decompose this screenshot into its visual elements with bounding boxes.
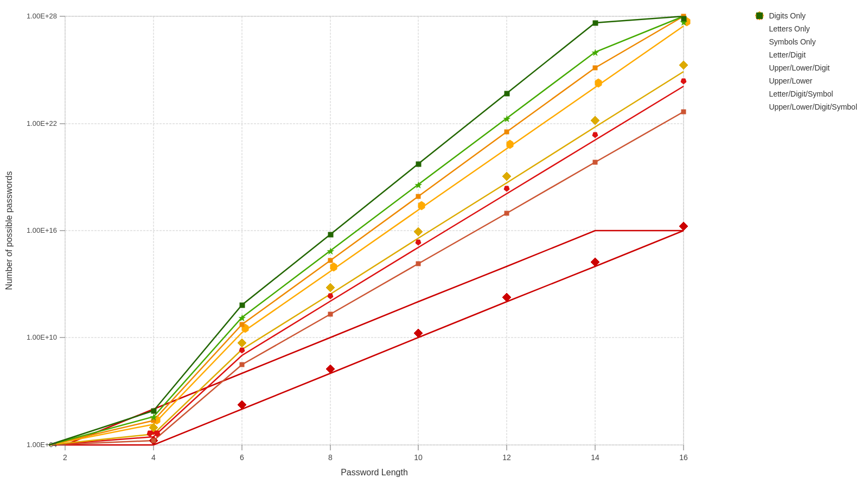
x-tick-6: 6 xyxy=(240,453,244,462)
legend-icon-symbols-only xyxy=(755,37,764,47)
svg-marker-46 xyxy=(418,201,425,210)
svg-rect-70 xyxy=(681,16,686,21)
svg-rect-67 xyxy=(416,162,421,167)
legend-label-letter-digit: Letter/Digit xyxy=(769,50,806,59)
x-tick-8: 8 xyxy=(328,453,333,462)
svg-rect-27 xyxy=(681,110,686,114)
svg-text:★: ★ xyxy=(503,114,510,123)
legend-item-letter-digit: Letter/Digit xyxy=(755,50,857,60)
x-tick-4: 4 xyxy=(151,453,156,462)
legend-item-upper-lower: Upper/Lower xyxy=(755,76,857,86)
svg-rect-54 xyxy=(505,130,509,134)
svg-marker-45 xyxy=(330,263,337,271)
y-axis-label: Number of possible passwords xyxy=(4,171,14,290)
legend-icon-letters-only xyxy=(755,24,764,34)
x-tick-12: 12 xyxy=(502,453,511,462)
x-tick-10: 10 xyxy=(414,453,423,462)
legend-item-digits-only: Digits Only xyxy=(755,11,857,21)
legend-item-letters-only: Letters Only xyxy=(755,24,857,34)
svg-rect-66 xyxy=(328,232,333,237)
chart-container: ★ ★ ★ ★ ★ ★ ★ 2 4 6 xyxy=(0,0,868,484)
y-tick-1e28: 1.00E+28 xyxy=(27,12,57,20)
legend-icon-letter-digit-symbol: ★ xyxy=(755,89,764,99)
legend-label-digits-only: Digits Only xyxy=(769,11,806,20)
svg-rect-52 xyxy=(328,258,333,263)
y-tick-1e10: 1.00E+10 xyxy=(27,333,57,341)
x-tick-2: 2 xyxy=(63,453,67,462)
svg-marker-47 xyxy=(507,140,513,149)
svg-rect-55 xyxy=(593,66,597,70)
svg-text:★: ★ xyxy=(415,181,422,189)
legend-label-letter-digit-symbol: Letter/Digit/Symbol xyxy=(769,90,833,98)
legend-icon-upper-lower xyxy=(755,76,764,86)
svg-rect-69 xyxy=(593,21,598,26)
x-tick-16: 16 xyxy=(679,453,688,462)
svg-rect-91 xyxy=(756,12,763,19)
chart-legend: Digits Only Letters Only Symbols Only xyxy=(755,11,857,112)
legend-item-symbols-only: Symbols Only xyxy=(755,37,857,47)
x-axis-label: Password Length xyxy=(341,468,408,477)
svg-text:★: ★ xyxy=(150,413,157,422)
legend-label-upper-lower-digit-symbol: Upper/Lower/Digit/Symbol xyxy=(769,103,857,111)
svg-rect-25 xyxy=(505,211,509,215)
y-tick-1e4: 1.00E+04 xyxy=(27,441,57,449)
legend-label-symbols-only: Symbols Only xyxy=(769,37,815,46)
svg-rect-22 xyxy=(240,362,244,367)
x-tick-14: 14 xyxy=(591,453,599,462)
svg-rect-26 xyxy=(593,160,597,164)
legend-label-letters-only: Letters Only xyxy=(769,24,809,33)
svg-marker-48 xyxy=(595,79,602,87)
legend-icon-upper-lower-digit xyxy=(755,63,764,73)
svg-rect-53 xyxy=(416,194,420,199)
y-tick-1e22: 1.00E+22 xyxy=(27,119,57,128)
svg-rect-68 xyxy=(505,91,509,96)
legend-icon-upper-lower-digit-symbol xyxy=(755,102,764,112)
svg-text:★: ★ xyxy=(239,314,246,322)
chart-svg: ★ ★ ★ ★ ★ ★ ★ 2 4 6 xyxy=(0,0,868,484)
legend-label-upper-lower-digit: Upper/Lower/Digit xyxy=(769,63,829,72)
svg-rect-23 xyxy=(328,312,333,316)
svg-rect-21 xyxy=(151,438,156,443)
legend-icon-letter-digit xyxy=(755,50,764,60)
y-tick-1e16: 1.00E+16 xyxy=(27,226,57,234)
svg-rect-64 xyxy=(151,409,156,413)
legend-item-upper-lower-digit-symbol: Upper/Lower/Digit/Symbol xyxy=(755,102,857,112)
svg-rect-65 xyxy=(240,303,245,308)
svg-rect-51 xyxy=(240,322,244,327)
svg-rect-24 xyxy=(416,262,420,266)
legend-item-upper-lower-digit: Upper/Lower/Digit xyxy=(755,63,857,73)
legend-label-upper-lower: Upper/Lower xyxy=(769,77,812,85)
svg-text:★: ★ xyxy=(327,247,334,256)
svg-text:★: ★ xyxy=(592,48,599,57)
legend-item-letter-digit-symbol: ★ Letter/Digit/Symbol xyxy=(755,89,857,99)
